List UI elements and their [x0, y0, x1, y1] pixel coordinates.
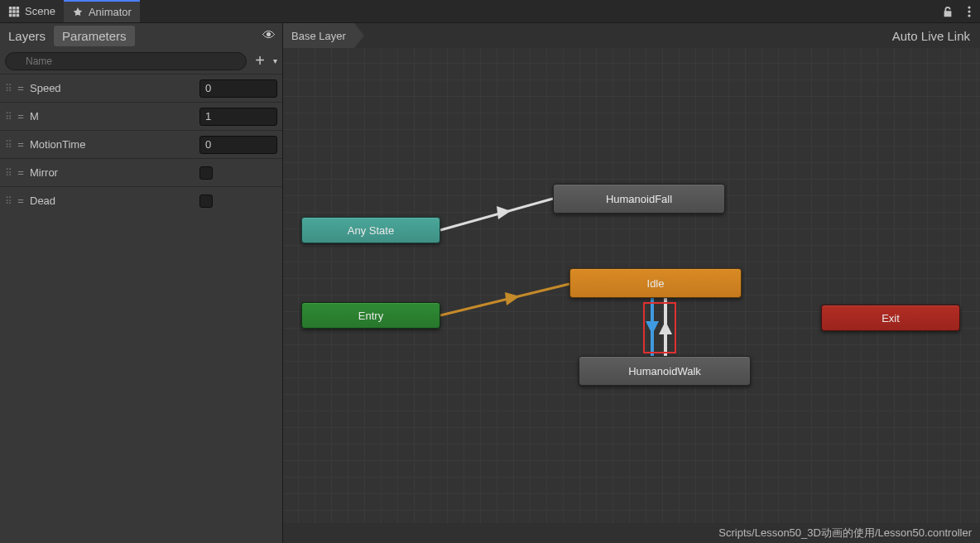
animator-icon — [72, 7, 84, 18]
param-value-input[interactable] — [199, 108, 277, 126]
param-name: Dead — [30, 195, 55, 207]
node-entry[interactable]: Entry — [301, 302, 440, 329]
sub-header: Layers Parameters 👁 Base Layer Auto Live… — [0, 23, 980, 48]
node-humanoid-walk[interactable]: HumanoidWalk — [579, 356, 751, 386]
node-humanoid-fall[interactable]: HumanoidFall — [553, 184, 725, 214]
search-input[interactable] — [5, 52, 247, 70]
svg-marker-8 — [646, 321, 659, 334]
kebab-icon[interactable] — [958, 0, 980, 22]
node-label: Any State — [348, 224, 394, 237]
drag-handle-icon[interactable]: ⠿ — [5, 167, 15, 179]
side-tab-parameters[interactable]: Parameters — [54, 26, 135, 46]
graph-area: Any State HumanoidFall Entry Idle Humano… — [283, 48, 980, 543]
node-exit[interactable]: Exit — [821, 305, 960, 331]
add-parameter-dropdown-icon[interactable]: ▾ — [273, 56, 277, 65]
main-area: ⌕ + ▾ ⠿ = Speed ⠿ = M ⠿ = MotionTime ⠿ =… — [0, 48, 980, 543]
status-bar: Scripts/Lesson50_3D动画的使用/Lesson50.contro… — [283, 523, 980, 543]
svg-line-5 — [440, 284, 569, 315]
svg-marker-6 — [505, 292, 520, 305]
lock-icon[interactable] — [937, 0, 958, 22]
equals-icon: = — [17, 195, 25, 207]
svg-point-2 — [968, 14, 970, 17]
param-row-speed[interactable]: ⠿ = Speed — [0, 74, 282, 102]
param-value-input[interactable] — [199, 136, 277, 154]
param-value-input[interactable] — [199, 79, 277, 98]
filter-row: ⌕ + ▾ — [0, 48, 282, 74]
svg-marker-10 — [659, 321, 672, 334]
drag-handle-icon[interactable]: ⠿ — [5, 139, 15, 151]
equals-icon: = — [17, 82, 25, 94]
side-tab-layers[interactable]: Layers — [0, 26, 54, 46]
node-idle[interactable]: Idle — [569, 268, 742, 298]
side-tabs: Layers Parameters 👁 — [0, 23, 283, 48]
tab-scene[interactable]: Scene — [0, 0, 64, 22]
breadcrumb-bar: Base Layer Auto Live Link — [283, 23, 980, 48]
tab-animator-label: Animator — [89, 6, 132, 18]
selection-highlight — [643, 302, 676, 353]
spacer — [140, 0, 937, 22]
drag-handle-icon[interactable]: ⠿ — [5, 111, 15, 123]
auto-live-link[interactable]: Auto Live Link — [882, 29, 980, 43]
param-name: MotionTime — [30, 138, 85, 151]
top-tab-bar: Scene Animator — [0, 0, 980, 23]
add-parameter-button[interactable]: + — [252, 51, 268, 70]
param-checkbox[interactable] — [199, 166, 213, 180]
param-name: Speed — [30, 82, 61, 94]
parameters-panel: ⌕ + ▾ ⠿ = Speed ⠿ = M ⠿ = MotionTime ⠿ =… — [0, 48, 283, 543]
svg-line-3 — [440, 199, 553, 230]
equals-icon: = — [17, 166, 25, 179]
svg-point-0 — [968, 6, 970, 8]
param-row-mirror[interactable]: ⠿ = Mirror — [0, 158, 282, 186]
node-label: Idle — [647, 277, 665, 290]
node-label: Exit — [882, 312, 900, 324]
drag-handle-icon[interactable]: ⠿ — [5, 83, 15, 94]
status-path: Scripts/Lesson50_3D动画的使用/Lesson50.contro… — [718, 526, 972, 541]
tab-scene-label: Scene — [25, 5, 55, 17]
node-label: HumanoidFall — [606, 193, 672, 205]
svg-marker-4 — [497, 206, 511, 219]
breadcrumb-base-layer[interactable]: Base Layer — [283, 23, 354, 48]
param-name: Mirror — [30, 166, 58, 179]
animator-graph[interactable]: Any State HumanoidFall Entry Idle Humano… — [283, 48, 980, 523]
param-name: M — [30, 110, 39, 123]
grid-icon — [8, 6, 20, 17]
param-row-m[interactable]: ⠿ = M — [0, 102, 282, 130]
param-checkbox[interactable] — [199, 195, 213, 208]
breadcrumb-label: Base Layer — [291, 30, 346, 42]
drag-handle-icon[interactable]: ⠿ — [5, 195, 15, 207]
visibility-icon[interactable]: 👁 — [262, 28, 276, 43]
node-label: HumanoidWalk — [628, 365, 701, 377]
equals-icon: = — [17, 138, 25, 151]
param-row-motiontime[interactable]: ⠿ = MotionTime — [0, 130, 282, 158]
tab-animator[interactable]: Animator — [64, 0, 140, 22]
node-label: Entry — [358, 310, 383, 322]
node-any-state[interactable]: Any State — [301, 217, 440, 243]
equals-icon: = — [17, 110, 25, 123]
param-row-dead[interactable]: ⠿ = Dead — [0, 186, 282, 214]
svg-point-1 — [968, 10, 970, 12]
